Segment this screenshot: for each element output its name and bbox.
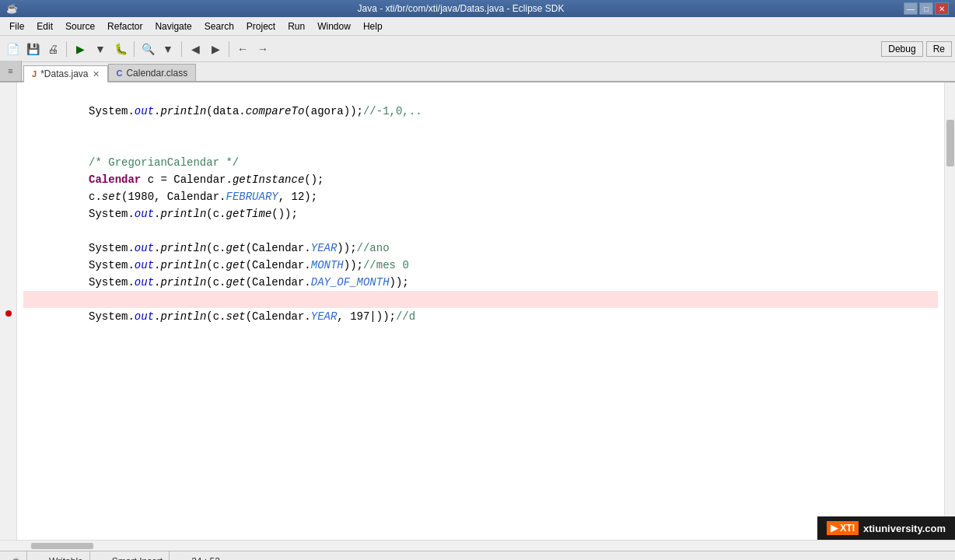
menu-file[interactable]: File bbox=[3, 19, 30, 33]
code-line-error: System.out.println(c.set(Calendar.YEAR, … bbox=[23, 291, 938, 308]
menu-source[interactable]: Source bbox=[59, 19, 101, 33]
java-file-icon: J bbox=[32, 69, 37, 79]
title-bar-title: Java - xti/br/com/xti/java/Datas.java - … bbox=[18, 3, 904, 14]
code-line bbox=[23, 325, 938, 342]
code-line: System.out.println(data.compareTo(agora)… bbox=[23, 86, 938, 103]
menu-bar: File Edit Source Refactor Navigate Searc… bbox=[0, 17, 955, 36]
run-dropdown[interactable]: ▼ bbox=[91, 40, 110, 58]
sep4 bbox=[229, 41, 229, 57]
watermark-logo: ▶ XTI bbox=[827, 521, 859, 535]
close-button[interactable]: ✕ bbox=[935, 2, 949, 15]
search-dropdown[interactable]: ▼ bbox=[159, 40, 177, 58]
code-line bbox=[23, 120, 938, 137]
scroll-thumb-v[interactable] bbox=[946, 120, 954, 166]
sep2 bbox=[134, 41, 135, 57]
editor-container: System.out.println(data.compareTo(agora)… bbox=[0, 82, 955, 540]
menu-refactor[interactable]: Refactor bbox=[101, 19, 149, 33]
search-button[interactable]: 🔍 bbox=[138, 40, 157, 58]
menu-navigate[interactable]: Navigate bbox=[149, 19, 198, 33]
maximize-button[interactable]: □ bbox=[919, 2, 933, 15]
watermark-url: xtiuniversity.com bbox=[863, 523, 946, 534]
code-line-comment: /* GregorianCalendar */ bbox=[23, 137, 938, 154]
menu-window[interactable]: Window bbox=[311, 19, 357, 33]
print-button[interactable]: 🖨 bbox=[44, 40, 62, 58]
save-button[interactable]: 💾 bbox=[23, 40, 42, 58]
window-controls: — □ ✕ bbox=[904, 2, 949, 15]
status-position: 34 : 52 bbox=[185, 551, 226, 560]
horizontal-scrollbar[interactable] bbox=[0, 540, 955, 551]
tab-calendar-label: Calendar.class bbox=[126, 68, 187, 79]
toolbar-row1: 📄 💾 🖨 ▶ ▼ 🐛 🔍 ▼ ◀ ▶ ← → Debug Re bbox=[0, 36, 955, 62]
menu-project[interactable]: Project bbox=[240, 19, 282, 33]
prev-edit-button[interactable]: ← bbox=[233, 40, 252, 58]
minimize-button[interactable]: — bbox=[904, 2, 918, 15]
toolbar-right: Debug Re bbox=[881, 41, 952, 57]
sep1 bbox=[66, 41, 67, 57]
status-writable: Writable bbox=[43, 551, 90, 560]
title-bar: ☕ Java - xti/br/com/xti/java/Datas.java … bbox=[0, 0, 955, 17]
tab-datas-close[interactable]: ✕ bbox=[93, 69, 100, 79]
vertical-scrollbar[interactable] bbox=[944, 82, 955, 540]
title-bar-icon: ☕ bbox=[6, 3, 18, 14]
tab-calendar-class[interactable]: C Calendar.class bbox=[108, 64, 197, 81]
menu-run[interactable]: Run bbox=[282, 19, 311, 33]
code-line: System.out.println(c.get(Calendar.YEAR))… bbox=[23, 222, 938, 240]
tab-bar: ≡ J *Datas.java ✕ C Calendar.class bbox=[0, 62, 955, 82]
forward-button[interactable]: ▶ bbox=[206, 40, 225, 58]
watermark: ▶ XTI xtiuniversity.com bbox=[817, 516, 955, 540]
line-marker-gutter bbox=[0, 82, 17, 540]
menu-help[interactable]: Help bbox=[357, 19, 389, 33]
error-marker bbox=[5, 310, 12, 317]
tab-datas-java[interactable]: J *Datas.java ✕ bbox=[23, 65, 108, 82]
debug-button[interactable]: 🐛 bbox=[111, 40, 130, 58]
menu-edit[interactable]: Edit bbox=[30, 19, 59, 33]
new-button[interactable]: 📄 bbox=[3, 40, 22, 58]
menu-search[interactable]: Search bbox=[198, 19, 240, 33]
run-button[interactable]: ▶ bbox=[71, 40, 89, 58]
next-edit-button[interactable]: → bbox=[254, 40, 272, 58]
debug-perspective-button[interactable]: Debug bbox=[881, 41, 922, 57]
tab-list-button[interactable]: ≡ bbox=[0, 61, 22, 81]
scroll-thumb-h[interactable] bbox=[31, 543, 93, 549]
status-icon: ☕ bbox=[6, 551, 27, 560]
re-perspective-button[interactable]: Re bbox=[926, 41, 952, 57]
tab-datas-label: *Datas.java bbox=[40, 68, 88, 79]
status-bar: ☕ Writable Smart Insert 34 : 52 bbox=[0, 551, 955, 560]
sep3 bbox=[181, 41, 182, 57]
back-button[interactable]: ◀ bbox=[186, 40, 205, 58]
status-insert-mode: Smart Insert bbox=[106, 551, 170, 560]
code-editor[interactable]: System.out.println(data.compareTo(agora)… bbox=[17, 82, 944, 540]
class-file-icon: C bbox=[117, 68, 123, 78]
